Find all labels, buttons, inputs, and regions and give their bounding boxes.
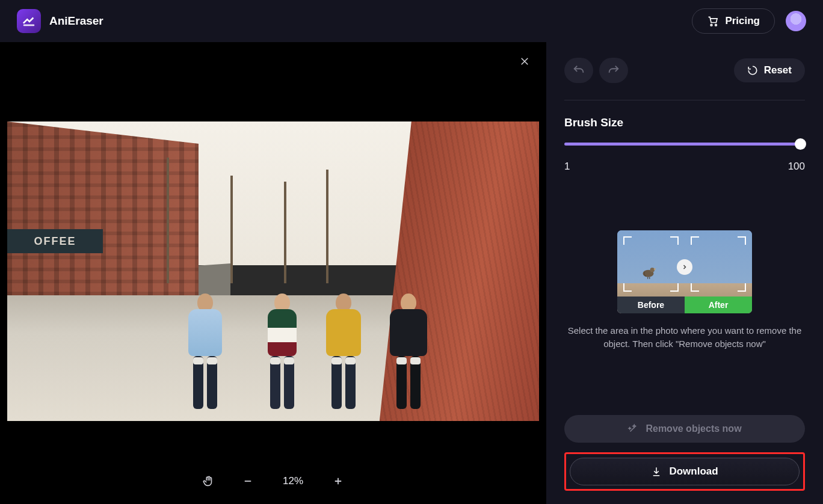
slider-range: 1 100 [564,161,805,173]
tutorial-after: After [685,230,752,313]
slider-thumb[interactable] [795,138,806,150]
tutorial-text: Select the area in the photo where you w… [564,324,805,351]
tutorial: Before After Select the area in the phot… [564,230,805,351]
wand-icon [627,423,638,434]
cart-icon [707,15,719,27]
pricing-button[interactable]: Pricing [692,8,775,34]
header-actions: Pricing [692,8,806,34]
reset-label: Reset [764,64,792,76]
pricing-label: Pricing [725,15,760,27]
before-label: Before [617,297,685,313]
panel-top: Reset [564,58,805,83]
logo-icon [17,9,41,33]
reset-icon [747,65,758,76]
awning-text: OFFEE [7,229,103,253]
zoom-out-button[interactable] [239,473,256,490]
brush-size-label: Brush Size [564,116,805,129]
app-header: AniEraser Pricing [0,0,823,42]
remove-label: Remove objects now [646,423,741,434]
main: OFFEE 12% [0,42,823,504]
svg-rect-0 [23,25,34,26]
download-button[interactable]: Download [570,458,800,485]
brush-size-slider[interactable] [564,143,805,149]
tutorial-image: Before After [617,230,752,313]
person-3 [326,293,361,409]
brush-max: 100 [788,161,805,173]
zoom-in-button[interactable] [330,473,347,490]
after-label: After [685,297,752,313]
canvas-area: OFFEE 12% [0,42,546,504]
logo[interactable]: AniEraser [17,9,103,33]
person-2 [268,293,297,409]
svg-point-4 [650,268,655,272]
download-highlight: Download [564,452,805,491]
divider [564,100,805,100]
panel-actions: Remove objects now Download [564,415,805,491]
redo-button[interactable] [599,58,628,83]
download-icon [651,466,662,477]
zoom-level: 12% [279,475,307,487]
avatar[interactable] [786,11,806,31]
svg-point-2 [715,24,717,26]
pan-hand-button[interactable] [200,473,217,490]
app-title: AniEraser [49,14,103,28]
brush-min: 1 [564,161,570,173]
reset-button[interactable]: Reset [734,58,805,82]
svg-point-1 [711,24,713,26]
zoom-controls: 12% [200,473,347,490]
download-label: Download [669,466,718,478]
side-panel: Reset Brush Size 1 100 Before [546,42,823,504]
person-1 [188,293,222,409]
bird-icon [640,263,658,279]
person-4 [390,293,427,409]
close-button[interactable] [517,54,532,69]
compare-arrow-icon [677,259,692,275]
tutorial-before: Before [617,230,685,313]
remove-objects-button[interactable]: Remove objects now [564,415,805,443]
history-buttons [564,58,628,83]
undo-button[interactable] [564,58,593,83]
image-stage[interactable]: OFFEE [7,121,539,421]
